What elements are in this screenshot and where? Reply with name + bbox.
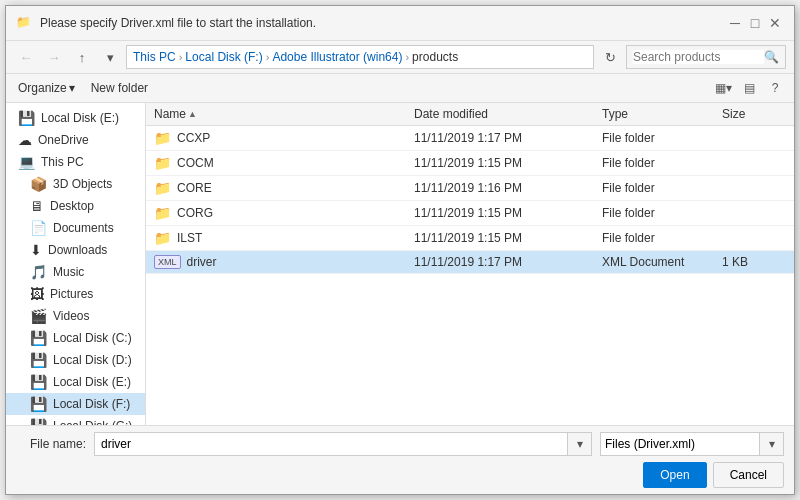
recent-button[interactable]: ▾ <box>98 45 122 69</box>
file-name: COCM <box>177 156 214 170</box>
file-type: File folder <box>602 231 655 245</box>
search-input[interactable] <box>633 50 764 64</box>
sidebar-item-documents[interactable]: 📄 Documents <box>6 217 145 239</box>
file-name-cell: 📁 CORG <box>146 201 406 225</box>
file-size-cell <box>714 176 794 200</box>
file-name: CORE <box>177 181 212 195</box>
sidebar-item-pictures[interactable]: 🖼 Pictures <box>6 283 145 305</box>
organize-button[interactable]: Organize ▾ <box>14 79 79 97</box>
filename-row: File name: ▾ ▾ <box>16 432 784 456</box>
sidebar-item-local-e[interactable]: 💾 Local Disk (E:) <box>6 107 145 129</box>
bottom-bar: File name: ▾ ▾ Open Cancel <box>6 425 794 494</box>
sidebar-item-videos[interactable]: 🎬 Videos <box>6 305 145 327</box>
sidebar-item-local-g[interactable]: 💾 Local Disk (G:) <box>6 415 145 425</box>
file-size-cell <box>714 151 794 175</box>
breadcrumb-sep-3: › <box>405 51 409 63</box>
breadcrumb-products: products <box>412 50 458 64</box>
title-bar-left: 📁 Please specify Driver.xml file to star… <box>16 15 316 31</box>
close-button[interactable]: ✕ <box>766 14 784 32</box>
cloud-icon: ☁ <box>18 132 32 148</box>
sidebar-item-local-d[interactable]: 💾 Local Disk (D:) <box>6 349 145 371</box>
breadcrumb-adobe[interactable]: Adobe Illustrator (win64) <box>272 50 402 64</box>
folder-icon: 📁 <box>154 130 171 146</box>
minimize-button[interactable]: ─ <box>726 14 744 32</box>
file-name-cell: 📁 CORE <box>146 176 406 200</box>
forward-button[interactable]: → <box>42 45 66 69</box>
col-date[interactable]: Date modified <box>406 103 594 125</box>
desktop-icon: 🖥 <box>30 198 44 214</box>
file-rows-container: 📁 CCXP 11/11/2019 1:17 PM File folder 📁 … <box>146 126 794 274</box>
file-date: 11/11/2019 1:16 PM <box>414 181 522 195</box>
file-row[interactable]: 📁 CCXP 11/11/2019 1:17 PM File folder <box>146 126 794 151</box>
filename-input[interactable] <box>94 432 568 456</box>
view-toggle-button[interactable]: ▤ <box>738 77 760 99</box>
breadcrumb-this-pc[interactable]: This PC <box>133 50 176 64</box>
file-date-cell: 11/11/2019 1:15 PM <box>406 151 594 175</box>
help-button[interactable]: ? <box>764 77 786 99</box>
pictures-icon: 🖼 <box>30 286 44 302</box>
search-box: 🔍 <box>626 45 786 69</box>
drive-icon: 💾 <box>18 110 35 126</box>
view-details-button[interactable]: ▦ ▾ <box>712 77 734 99</box>
title-controls: ─ □ ✕ <box>726 14 784 32</box>
breadcrumb: This PC › Local Disk (F:) › Adobe Illust… <box>126 45 594 69</box>
drive-e2-icon: 💾 <box>30 374 47 390</box>
file-type: XML Document <box>602 255 684 269</box>
file-row[interactable]: 📁 CORE 11/11/2019 1:16 PM File folder <box>146 176 794 201</box>
sidebar-item-onedrive[interactable]: ☁ OneDrive <box>6 129 145 151</box>
breadcrumb-local-f[interactable]: Local Disk (F:) <box>185 50 262 64</box>
documents-icon: 📄 <box>30 220 47 236</box>
main-content: 💾 Local Disk (E:) ☁ OneDrive 💻 This PC 📦… <box>6 103 794 425</box>
up-button[interactable]: ↑ <box>70 45 94 69</box>
pc-icon: 💻 <box>18 154 35 170</box>
open-button[interactable]: Open <box>643 462 706 488</box>
file-name-cell: XML driver <box>146 251 406 273</box>
filename-input-wrap: ▾ <box>94 432 592 456</box>
file-type-cell: File folder <box>594 226 714 250</box>
file-type-cell: File folder <box>594 151 714 175</box>
file-type: File folder <box>602 131 655 145</box>
sidebar: 💾 Local Disk (E:) ☁ OneDrive 💻 This PC 📦… <box>6 103 146 425</box>
file-type-cell: File folder <box>594 126 714 150</box>
file-row[interactable]: XML driver 11/11/2019 1:17 PM XML Docume… <box>146 251 794 274</box>
file-row[interactable]: 📁 COCM 11/11/2019 1:15 PM File folder <box>146 151 794 176</box>
drive-g-icon: 💾 <box>30 418 47 425</box>
file-type: File folder <box>602 181 655 195</box>
col-type[interactable]: Type <box>594 103 714 125</box>
file-size-cell <box>714 226 794 250</box>
file-date: 11/11/2019 1:17 PM <box>414 255 522 269</box>
file-date-cell: 11/11/2019 1:17 PM <box>406 126 594 150</box>
sidebar-item-desktop[interactable]: 🖥 Desktop <box>6 195 145 217</box>
drive-d-icon: 💾 <box>30 352 47 368</box>
sidebar-item-local-c[interactable]: 💾 Local Disk (C:) <box>6 327 145 349</box>
back-button[interactable]: ← <box>14 45 38 69</box>
file-name: driver <box>187 255 217 269</box>
sidebar-item-local-f[interactable]: 💾 Local Disk (F:) <box>6 393 145 415</box>
cancel-button[interactable]: Cancel <box>713 462 784 488</box>
breadcrumb-sep-2: › <box>266 51 270 63</box>
col-size[interactable]: Size <box>714 103 794 125</box>
sidebar-item-this-pc[interactable]: 💻 This PC <box>6 151 145 173</box>
view-controls: ▦ ▾ ▤ ? <box>712 77 786 99</box>
sidebar-item-music[interactable]: 🎵 Music <box>6 261 145 283</box>
sidebar-item-downloads[interactable]: ⬇ Downloads <box>6 239 145 261</box>
file-date-cell: 11/11/2019 1:15 PM <box>406 226 594 250</box>
sidebar-item-3d-objects[interactable]: 📦 3D Objects <box>6 173 145 195</box>
col-name[interactable]: Name ▲ <box>146 103 406 125</box>
file-row[interactable]: 📁 CORG 11/11/2019 1:15 PM File folder <box>146 201 794 226</box>
view-toggle-icon: ▤ <box>744 81 755 95</box>
file-open-dialog: 📁 Please specify Driver.xml file to star… <box>5 5 795 495</box>
refresh-button[interactable]: ↻ <box>598 45 622 69</box>
sidebar-item-local-e2[interactable]: 💾 Local Disk (E:) <box>6 371 145 393</box>
drive-f-icon: 💾 <box>30 396 47 412</box>
sort-arrow-name: ▲ <box>188 109 197 119</box>
file-size: 1 KB <box>722 255 748 269</box>
file-row[interactable]: 📁 ILST 11/11/2019 1:15 PM File folder <box>146 226 794 251</box>
filetype-dropdown-button[interactable]: ▾ <box>760 432 784 456</box>
file-size-cell <box>714 201 794 225</box>
new-folder-button[interactable]: New folder <box>87 79 152 97</box>
filename-dropdown-button[interactable]: ▾ <box>568 432 592 456</box>
filetype-select[interactable] <box>600 432 760 456</box>
music-icon: 🎵 <box>30 264 47 280</box>
maximize-button[interactable]: □ <box>746 14 764 32</box>
